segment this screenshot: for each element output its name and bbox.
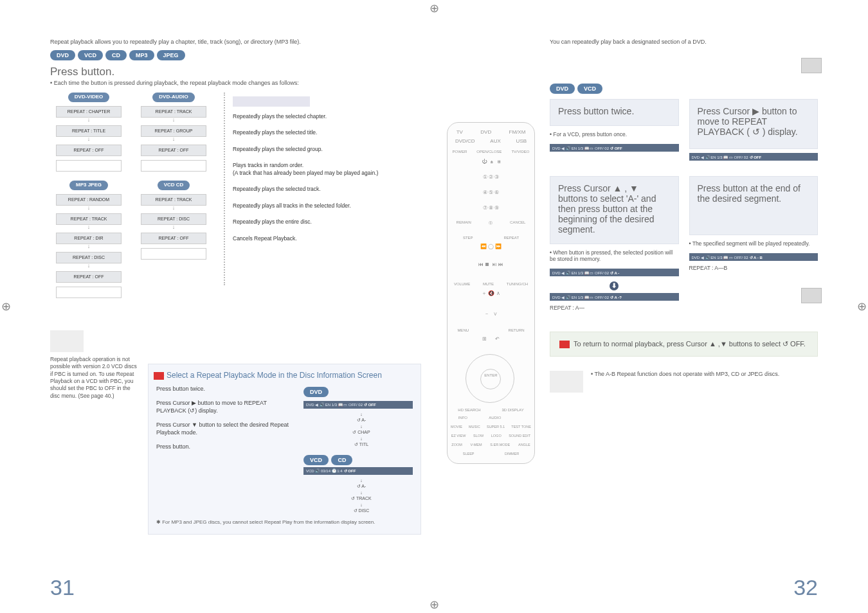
step-4-card: Press button at the end of the desired s… (689, 176, 818, 235)
osd-bar-dvd: DVD ◀ 🔊 EN 1/3 📖 ▭ OFF/ 02↺ OFF (303, 401, 413, 409)
flow-item: REPEAT : OFF (141, 145, 206, 156)
note-icon (550, 371, 583, 393)
desc-random: Plays tracks in random order. (A track t… (233, 162, 421, 177)
info-title-text: To Select a Repeat Playback Mode in the … (156, 371, 382, 380)
desc-group: Repeatedly plays the selected group. (233, 146, 421, 153)
osd-bar-step4: DVD ◀ 🔊 EN 1/3 📖 ▭ OFF/ 02↺ A - B (689, 253, 818, 261)
step-4-title: Press button at the end of the desired s… (698, 183, 810, 204)
note-icon (50, 330, 84, 352)
step-3-sub: • When button is pressed, the selected p… (550, 248, 679, 266)
pill-vcd: VCD (577, 84, 602, 94)
page-number-32: 32 (793, 575, 818, 600)
flow-loop-box (56, 287, 122, 298)
info-footnote: ✱ For MP3 and JPEG discs, you cannot sel… (156, 519, 413, 525)
info-step-4: Press button. (156, 443, 296, 450)
page-32: You can repeatedly play back a designate… (447, 39, 818, 587)
osd-bar-step3a: DVD ◀ 🔊 EN 1/3 📖 ▭ OFF/ 02↺ A - (550, 269, 679, 276)
flow-item: REPEAT : OFF (141, 233, 206, 244)
pill-jpeg: JPEG (157, 50, 185, 60)
flow-loop-box (56, 160, 122, 172)
pill-dvd: DVD (50, 50, 75, 60)
flow-loop-box (141, 160, 206, 172)
note-right: • The A-B Repeat function does not opera… (550, 371, 818, 393)
osd-pill-cd: CD (331, 455, 352, 465)
osd-bar-step1: DVD ◀ 🔊 EN 1/3 📖 ▭ OFF/ 02↺ OFF (550, 144, 679, 152)
osd-cycle-dvd: ↓↺ A- ↓↺ CHAP ↓↺ TITL (310, 411, 413, 448)
page-number-31: 31 (50, 575, 75, 600)
step-4-repeat: REPEAT : A—B (689, 263, 818, 275)
info-title: To Select a Repeat Playback Mode in the … (156, 371, 413, 380)
press-button-heading: Press button. (50, 66, 421, 78)
remote-control-diagram: TVDVDFM/XM DVD/CDAUXUSB POWEROPEN/CLOSET… (447, 122, 535, 464)
step-3-title: Press Cursor ▲ , ▼ buttons to select 'A-… (558, 183, 671, 235)
info-step-3: Press Cursor ▼ button to select the desi… (156, 421, 296, 436)
desc-chapter: Repeatedly plays the selected chapter. (233, 113, 421, 120)
down-badge: ⬇ (610, 281, 619, 290)
pill-mp3: MP3 (129, 50, 154, 60)
thumb-tab-2 (801, 288, 822, 303)
step-3-card: Press Cursor ▲ , ▼ buttons to select 'A-… (550, 176, 679, 244)
return-normal-block: To return to normal playback, press Curs… (550, 332, 818, 357)
desc-heading-bar (233, 96, 310, 107)
step-2-card: Press Cursor ▶ button to move to REPEAT … (689, 99, 818, 149)
remote-dpad (466, 354, 514, 403)
osd-pill-dvd: DVD (303, 387, 329, 397)
desc-disc: Repeatedly plays the entire disc. (233, 218, 421, 226)
intro-text-right: You can repeatedly play back a designate… (550, 39, 818, 45)
crop-mark-top: ⊕ (429, 1, 439, 15)
note-text: Repeat playback operation is not possibl… (50, 356, 140, 400)
disc-type-pills-right: DVD VCD (550, 84, 818, 94)
step-4-sub: • The specified segment will be played r… (689, 239, 818, 251)
pill-cd: CD (105, 50, 127, 60)
note-right-text: • The A-B Repeat function does not opera… (591, 371, 779, 377)
flow-head-vcd-cd: VCD CD (158, 181, 190, 190)
step-2-title: Press Cursor ▶ button to move to REPEAT … (698, 106, 810, 137)
flow-head-dvd-video: DVD-VIDEO (68, 93, 109, 102)
flow-loop-box (141, 248, 206, 260)
flow-head-dvd-audio: DVD-AUDIO (152, 93, 194, 102)
flow-item: REPEAT : OFF (56, 271, 122, 283)
disc-type-pills: DVD VCD CD MP3 JPEG (50, 50, 421, 60)
press-button-sub: • Each time the button is pressed during… (50, 80, 421, 86)
info-step-1: Press button twice. (156, 385, 296, 393)
step-1-card: Press button twice. (550, 99, 679, 126)
step-1-sub: • For a VCD, press button once. (550, 130, 679, 141)
desc-cancel: Cancels Repeat Playback. (233, 235, 421, 242)
pill-vcd: VCD (78, 50, 103, 60)
flow-item: REPEAT : OFF (56, 145, 122, 156)
thumb-tab (801, 58, 822, 73)
crop-mark-right: ⊕ (857, 299, 867, 314)
step-3-repeat: REPEAT : A— (550, 303, 679, 315)
intro-text: Repeat playback allows you to repeatedly… (50, 39, 421, 45)
return-normal-text: To return to normal playback, press Curs… (574, 340, 806, 348)
flow-head-mp3-jpeg: MP3 JPEG (69, 181, 108, 190)
page-31: Repeat playback allows you to repeatedly… (50, 39, 421, 587)
pill-dvd: DVD (550, 84, 575, 94)
osd-bar-step3b: DVD ◀ 🔊 EN 1/3 📖 ▭ OFF/ 02↺ A -? (550, 293, 679, 301)
osd-bar-vcd: VCD 🔊 03/14 🕐 1:4↺ OFF (303, 467, 413, 475)
osd-cycle-vcd: ↓↺ A- ↓↺ TRACK ↓↺ DISC (310, 477, 413, 514)
info-panel: To Select a Repeat Playback Mode in the … (148, 364, 421, 535)
crop-mark-left: ⊕ (1, 299, 11, 314)
crop-mark-bottom: ⊕ (429, 598, 439, 612)
desc-track: Repeatedly plays the selected track. (233, 186, 421, 193)
info-step-2: Press Cursor ▶ button to move to REPEAT … (156, 399, 296, 414)
step-1-title: Press button twice. (558, 106, 671, 116)
osd-bar-step2: DVD ◀ 🔊 EN 1/3 📖 ▭ OFF/ 02↺ OFF (689, 153, 818, 161)
osd-pill-vcd: VCD (303, 455, 329, 465)
desc-title: Repeatedly plays the selected title. (233, 129, 421, 136)
desc-folder: Repeatedly plays all tracks in the selec… (233, 202, 421, 209)
